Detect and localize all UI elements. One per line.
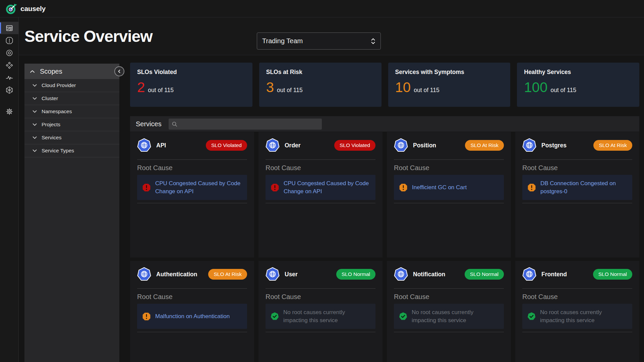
scopes-panel: Scopes Cloud Provider Cluster Namespaces… <box>24 64 119 362</box>
service-card-header: Postgres SLO At Risk <box>522 138 632 152</box>
rail-item-dashboard[interactable] <box>0 22 18 34</box>
root-cause-row: CPU Congested Caused by Code Change on A… <box>266 175 375 200</box>
scopes-collapse-button[interactable] <box>114 66 124 76</box>
scope-row-services[interactable]: Services <box>24 131 119 144</box>
root-cause-label: Root Cause <box>266 164 375 172</box>
divider <box>394 203 504 203</box>
page-title: Service Overview <box>19 27 153 46</box>
service-card-order[interactable]: Order SLO Violated Root Cause <box>258 132 383 258</box>
scope-label: Namespaces <box>42 108 72 115</box>
rail-item-activity[interactable] <box>0 71 18 84</box>
root-cause-label: Root Cause <box>137 293 247 301</box>
scope-label: Services <box>42 135 61 141</box>
stat-suffix: out of 115 <box>550 87 576 94</box>
service-card-api[interactable]: API SLO Violated Root Cause <box>130 132 254 258</box>
stat-value: 3 <box>266 80 274 94</box>
topbar: causely <box>0 0 644 17</box>
scopes-list: Cloud Provider Cluster Namespaces Projec… <box>24 79 119 157</box>
stat-label: Services with Symptoms <box>395 69 504 76</box>
page-header: Service Overview Trading Team <box>19 17 644 55</box>
root-cause-text[interactable]: Malfunction on Authentication <box>155 312 230 320</box>
root-cause-label: Root Cause <box>522 293 632 301</box>
warning-octagon-icon <box>142 312 151 321</box>
service-card-header: Position SLO At Risk <box>394 138 504 152</box>
stat-value: 100 <box>524 80 547 94</box>
divider <box>137 288 247 289</box>
scope-row-cluster[interactable]: Cluster <box>24 92 119 105</box>
team-selector[interactable]: Trading Team <box>257 32 381 50</box>
root-cause-row: DB Connection Congested on postgres-0 <box>522 175 632 200</box>
service-hexagon-icon <box>137 138 151 152</box>
stat-label: Healthy Services <box>524 69 632 76</box>
divider <box>394 288 504 289</box>
root-cause-text[interactable]: CPU Congested Caused by Code Change on A… <box>155 179 242 196</box>
root-cause-row: Malfunction on Authentication <box>137 304 247 329</box>
root-cause-label: Root Cause <box>522 164 632 172</box>
gear-icon <box>5 107 13 116</box>
alert-octagon-icon <box>5 37 13 45</box>
stat-card: Services with Symptoms 10 out of 115 <box>388 63 511 107</box>
check-heptagon-icon <box>399 312 407 320</box>
rail-item-topology[interactable] <box>0 59 18 71</box>
root-cause-row: No root causes currently impacting this … <box>266 304 375 329</box>
service-hexagon-icon <box>522 138 536 152</box>
stat-cards: SLOs Violated 2 out of 115 SLOs at Risk … <box>130 63 639 107</box>
main-area: Service Overview Trading Team Sc <box>19 17 644 362</box>
target-circles-icon <box>5 49 13 57</box>
hex-wheel-icon <box>5 86 13 94</box>
divider <box>137 159 247 160</box>
chevron-down-icon <box>33 110 37 113</box>
rail-item-settings[interactable] <box>0 105 18 118</box>
stat-value-row: 3 out of 115 <box>266 80 374 94</box>
services-title: Services <box>136 120 162 128</box>
scope-row-cloud-provider[interactable]: Cloud Provider <box>24 79 119 92</box>
stat-label: SLOs at Risk <box>266 69 374 76</box>
slo-status-badge: SLO Normal <box>336 269 375 280</box>
service-name: Notification <box>413 271 445 278</box>
content-area: Scopes Cloud Provider Cluster Namespaces… <box>19 55 644 362</box>
service-card-header: Authentication SLO At Risk <box>137 267 247 281</box>
divider <box>522 288 632 289</box>
slo-status-badge: SLO Normal <box>593 269 632 280</box>
search-icon <box>172 121 178 127</box>
divider <box>394 332 504 332</box>
rail-item-root-causes[interactable] <box>0 47 18 59</box>
service-card-user[interactable]: User SLO Normal Root Cause <box>258 261 383 362</box>
divider <box>266 288 375 289</box>
pulse-icon <box>5 74 13 82</box>
chevron-down-icon <box>33 123 37 126</box>
root-cause-label: Root Cause <box>394 293 504 301</box>
divider <box>522 332 632 332</box>
root-cause-label: Root Cause <box>266 293 375 301</box>
service-overview-screen: causely <box>0 0 644 362</box>
scope-row-service-types[interactable]: Service Types <box>24 144 119 157</box>
scope-row-namespaces[interactable]: Namespaces <box>24 105 119 118</box>
slo-status-badge: SLO Violated <box>206 140 247 151</box>
scope-label: Projects <box>42 122 60 128</box>
team-selector-value: Trading Team <box>262 37 303 45</box>
service-hexagon-icon <box>266 138 280 152</box>
service-card-position[interactable]: Position SLO At Risk Root Cause <box>387 132 511 258</box>
service-card-notification[interactable]: Notification SLO Normal Root Cause <box>387 261 511 362</box>
service-card-header: User SLO Normal <box>266 267 375 281</box>
rail-item-alerts[interactable] <box>0 34 18 47</box>
scope-row-projects[interactable]: Projects <box>24 118 119 131</box>
service-card-frontend[interactable]: Frontend SLO Normal Root Cause <box>515 261 639 362</box>
services-search-input[interactable] <box>180 121 319 127</box>
service-card-postgres[interactable]: Postgres SLO At Risk Root Cause <box>515 132 639 258</box>
stat-suffix: out of 115 <box>414 87 440 94</box>
rail-item-clusters[interactable] <box>0 84 18 96</box>
slo-status-badge: SLO At Risk <box>465 140 504 151</box>
service-hexagon-icon <box>266 267 280 281</box>
root-cause-text[interactable]: DB Connection Congested on postgres-0 <box>540 179 627 196</box>
diamonds-icon <box>5 61 13 69</box>
scopes-title: Scopes <box>40 68 62 75</box>
scopes-header[interactable]: Scopes <box>24 64 119 79</box>
scope-label: Cloud Provider <box>42 82 76 88</box>
service-card-authentication[interactable]: Authentication SLO At Risk Root Cause <box>130 261 254 362</box>
root-cause-text: No root causes currently impacting this … <box>412 308 499 324</box>
root-cause-text[interactable]: Inefficient GC on Cart <box>412 184 467 192</box>
root-cause-text[interactable]: CPU Congested Caused by Code Change on A… <box>284 179 370 196</box>
error-octagon-icon <box>142 183 151 192</box>
service-card-header: API SLO Violated <box>137 138 247 152</box>
